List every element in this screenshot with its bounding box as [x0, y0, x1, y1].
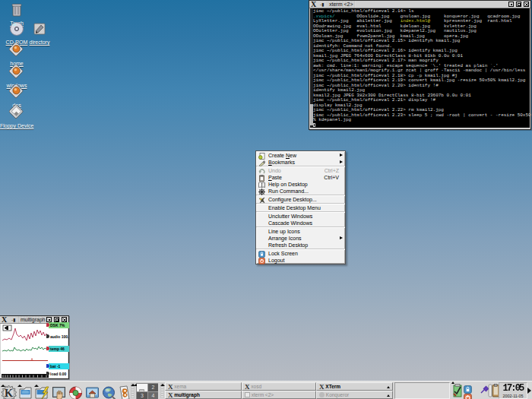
svg-text:K: K — [5, 388, 13, 399]
